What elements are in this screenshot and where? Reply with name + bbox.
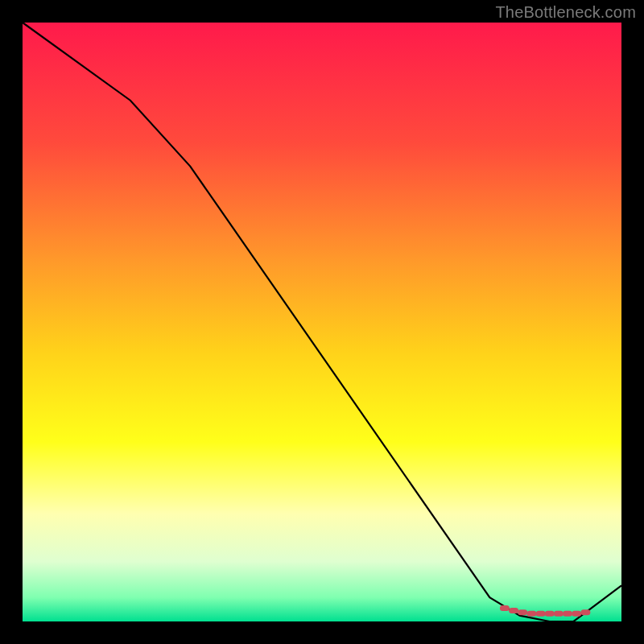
chart-container: TheBottleneck.com — [0, 0, 644, 644]
plot-background — [23, 23, 621, 621]
optimal-marker — [572, 611, 581, 617]
chart-svg — [0, 0, 644, 644]
optimal-marker — [554, 611, 564, 617]
watermark-text: TheBottleneck.com — [495, 3, 636, 22]
optimal-marker — [536, 611, 546, 617]
optimal-marker — [545, 611, 555, 617]
optimal-marker — [580, 609, 590, 615]
optimal-marker — [518, 609, 527, 615]
optimal-marker — [526, 611, 536, 617]
optimal-marker — [500, 605, 510, 611]
optimal-marker — [563, 611, 572, 617]
optimal-marker — [509, 608, 518, 613]
